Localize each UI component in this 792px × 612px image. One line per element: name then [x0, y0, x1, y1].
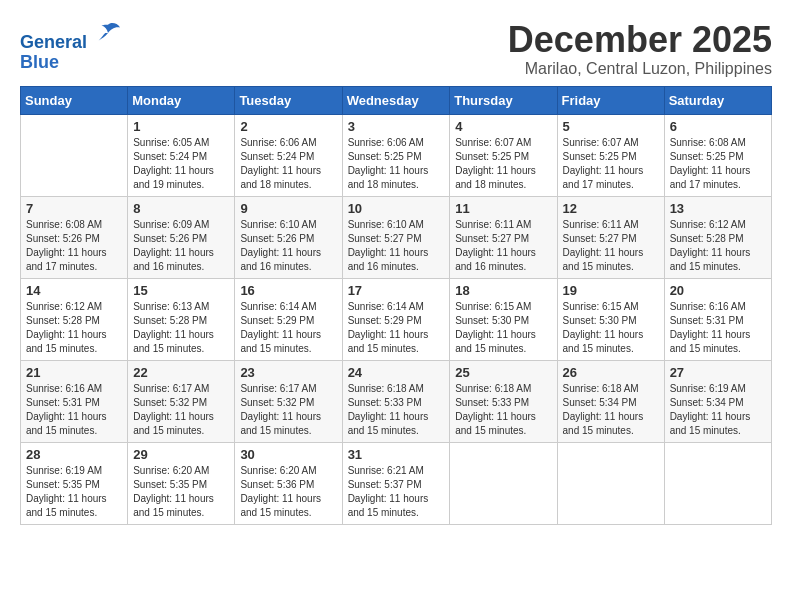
calendar-day-header: Thursday [450, 86, 557, 114]
month-title: December 2025 [508, 20, 772, 60]
day-info: Sunrise: 6:08 AM Sunset: 5:25 PM Dayligh… [670, 136, 766, 192]
day-info: Sunrise: 6:17 AM Sunset: 5:32 PM Dayligh… [133, 382, 229, 438]
calendar-cell: 29Sunrise: 6:20 AM Sunset: 5:35 PM Dayli… [128, 442, 235, 524]
day-number: 14 [26, 283, 122, 298]
logo-bird-icon [94, 20, 122, 48]
calendar-day-header: Tuesday [235, 86, 342, 114]
calendar-cell: 13Sunrise: 6:12 AM Sunset: 5:28 PM Dayli… [664, 196, 771, 278]
day-number: 13 [670, 201, 766, 216]
day-number: 21 [26, 365, 122, 380]
calendar-cell: 20Sunrise: 6:16 AM Sunset: 5:31 PM Dayli… [664, 278, 771, 360]
calendar-cell: 4Sunrise: 6:07 AM Sunset: 5:25 PM Daylig… [450, 114, 557, 196]
calendar-day-header: Saturday [664, 86, 771, 114]
day-number: 27 [670, 365, 766, 380]
page-header: General Blue December 2025 Marilao, Cent… [20, 20, 772, 78]
day-info: Sunrise: 6:21 AM Sunset: 5:37 PM Dayligh… [348, 464, 445, 520]
calendar-cell: 18Sunrise: 6:15 AM Sunset: 5:30 PM Dayli… [450, 278, 557, 360]
calendar-day-header: Friday [557, 86, 664, 114]
calendar-cell: 25Sunrise: 6:18 AM Sunset: 5:33 PM Dayli… [450, 360, 557, 442]
day-number: 26 [563, 365, 659, 380]
day-number: 20 [670, 283, 766, 298]
day-number: 1 [133, 119, 229, 134]
calendar-cell: 5Sunrise: 6:07 AM Sunset: 5:25 PM Daylig… [557, 114, 664, 196]
day-info: Sunrise: 6:16 AM Sunset: 5:31 PM Dayligh… [26, 382, 122, 438]
day-number: 23 [240, 365, 336, 380]
day-number: 12 [563, 201, 659, 216]
calendar-cell: 27Sunrise: 6:19 AM Sunset: 5:34 PM Dayli… [664, 360, 771, 442]
logo-text: General [20, 20, 122, 53]
calendar-cell: 26Sunrise: 6:18 AM Sunset: 5:34 PM Dayli… [557, 360, 664, 442]
day-info: Sunrise: 6:06 AM Sunset: 5:25 PM Dayligh… [348, 136, 445, 192]
day-info: Sunrise: 6:10 AM Sunset: 5:27 PM Dayligh… [348, 218, 445, 274]
day-number: 17 [348, 283, 445, 298]
calendar-week-row: 28Sunrise: 6:19 AM Sunset: 5:35 PM Dayli… [21, 442, 772, 524]
day-info: Sunrise: 6:14 AM Sunset: 5:29 PM Dayligh… [240, 300, 336, 356]
day-number: 8 [133, 201, 229, 216]
logo-general: General [20, 32, 87, 52]
day-info: Sunrise: 6:18 AM Sunset: 5:33 PM Dayligh… [455, 382, 551, 438]
calendar-day-header: Wednesday [342, 86, 450, 114]
calendar-cell [664, 442, 771, 524]
day-info: Sunrise: 6:15 AM Sunset: 5:30 PM Dayligh… [455, 300, 551, 356]
day-number: 2 [240, 119, 336, 134]
day-number: 18 [455, 283, 551, 298]
day-info: Sunrise: 6:17 AM Sunset: 5:32 PM Dayligh… [240, 382, 336, 438]
day-info: Sunrise: 6:18 AM Sunset: 5:34 PM Dayligh… [563, 382, 659, 438]
day-number: 7 [26, 201, 122, 216]
day-info: Sunrise: 6:09 AM Sunset: 5:26 PM Dayligh… [133, 218, 229, 274]
calendar-week-row: 14Sunrise: 6:12 AM Sunset: 5:28 PM Dayli… [21, 278, 772, 360]
day-info: Sunrise: 6:14 AM Sunset: 5:29 PM Dayligh… [348, 300, 445, 356]
calendar-cell [450, 442, 557, 524]
calendar-day-header: Monday [128, 86, 235, 114]
day-info: Sunrise: 6:07 AM Sunset: 5:25 PM Dayligh… [563, 136, 659, 192]
calendar-week-row: 21Sunrise: 6:16 AM Sunset: 5:31 PM Dayli… [21, 360, 772, 442]
calendar-cell: 12Sunrise: 6:11 AM Sunset: 5:27 PM Dayli… [557, 196, 664, 278]
calendar-cell: 15Sunrise: 6:13 AM Sunset: 5:28 PM Dayli… [128, 278, 235, 360]
day-info: Sunrise: 6:15 AM Sunset: 5:30 PM Dayligh… [563, 300, 659, 356]
calendar-cell: 31Sunrise: 6:21 AM Sunset: 5:37 PM Dayli… [342, 442, 450, 524]
calendar-cell: 7Sunrise: 6:08 AM Sunset: 5:26 PM Daylig… [21, 196, 128, 278]
calendar-cell: 21Sunrise: 6:16 AM Sunset: 5:31 PM Dayli… [21, 360, 128, 442]
day-info: Sunrise: 6:07 AM Sunset: 5:25 PM Dayligh… [455, 136, 551, 192]
day-number: 16 [240, 283, 336, 298]
day-info: Sunrise: 6:19 AM Sunset: 5:34 PM Dayligh… [670, 382, 766, 438]
day-number: 15 [133, 283, 229, 298]
day-number: 30 [240, 447, 336, 462]
calendar-cell: 23Sunrise: 6:17 AM Sunset: 5:32 PM Dayli… [235, 360, 342, 442]
day-info: Sunrise: 6:08 AM Sunset: 5:26 PM Dayligh… [26, 218, 122, 274]
calendar-table: SundayMondayTuesdayWednesdayThursdayFrid… [20, 86, 772, 525]
day-info: Sunrise: 6:11 AM Sunset: 5:27 PM Dayligh… [455, 218, 551, 274]
day-info: Sunrise: 6:06 AM Sunset: 5:24 PM Dayligh… [240, 136, 336, 192]
day-number: 6 [670, 119, 766, 134]
day-number: 19 [563, 283, 659, 298]
day-info: Sunrise: 6:13 AM Sunset: 5:28 PM Dayligh… [133, 300, 229, 356]
day-info: Sunrise: 6:12 AM Sunset: 5:28 PM Dayligh… [670, 218, 766, 274]
calendar-cell: 17Sunrise: 6:14 AM Sunset: 5:29 PM Dayli… [342, 278, 450, 360]
day-info: Sunrise: 6:20 AM Sunset: 5:36 PM Dayligh… [240, 464, 336, 520]
day-info: Sunrise: 6:10 AM Sunset: 5:26 PM Dayligh… [240, 218, 336, 274]
day-number: 9 [240, 201, 336, 216]
calendar-cell: 10Sunrise: 6:10 AM Sunset: 5:27 PM Dayli… [342, 196, 450, 278]
day-info: Sunrise: 6:20 AM Sunset: 5:35 PM Dayligh… [133, 464, 229, 520]
calendar-cell: 8Sunrise: 6:09 AM Sunset: 5:26 PM Daylig… [128, 196, 235, 278]
calendar-cell: 16Sunrise: 6:14 AM Sunset: 5:29 PM Dayli… [235, 278, 342, 360]
day-number: 4 [455, 119, 551, 134]
day-number: 11 [455, 201, 551, 216]
logo: General Blue [20, 20, 122, 73]
day-info: Sunrise: 6:16 AM Sunset: 5:31 PM Dayligh… [670, 300, 766, 356]
day-info: Sunrise: 6:05 AM Sunset: 5:24 PM Dayligh… [133, 136, 229, 192]
day-number: 22 [133, 365, 229, 380]
day-number: 24 [348, 365, 445, 380]
day-number: 10 [348, 201, 445, 216]
calendar-cell: 28Sunrise: 6:19 AM Sunset: 5:35 PM Dayli… [21, 442, 128, 524]
logo-blue: Blue [20, 53, 122, 73]
day-number: 3 [348, 119, 445, 134]
day-info: Sunrise: 6:12 AM Sunset: 5:28 PM Dayligh… [26, 300, 122, 356]
calendar-cell: 2Sunrise: 6:06 AM Sunset: 5:24 PM Daylig… [235, 114, 342, 196]
day-number: 5 [563, 119, 659, 134]
day-number: 25 [455, 365, 551, 380]
calendar-week-row: 7Sunrise: 6:08 AM Sunset: 5:26 PM Daylig… [21, 196, 772, 278]
calendar-cell [21, 114, 128, 196]
calendar-cell: 6Sunrise: 6:08 AM Sunset: 5:25 PM Daylig… [664, 114, 771, 196]
title-block: December 2025 Marilao, Central Luzon, Ph… [508, 20, 772, 78]
